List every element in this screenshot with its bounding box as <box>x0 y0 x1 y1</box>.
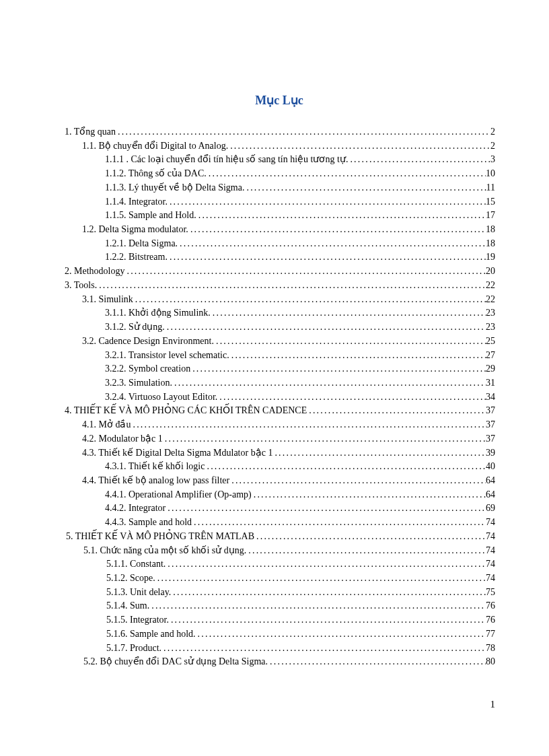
toc-entry-label: 3.2.3. Simulation. <box>105 376 172 390</box>
toc-leader-dots <box>229 349 486 363</box>
toc-entry-label: 5.1.4. Sum. <box>106 599 149 613</box>
toc-leader-dots <box>124 265 486 279</box>
toc-entry-label: 4.3.1. Thiết kế khối logic <box>105 460 205 474</box>
toc-entry-page: 37 <box>486 404 495 418</box>
toc-entry: 1.1.1 . Các loại chuyển đổi tín hiệu số … <box>63 153 495 167</box>
toc-entry: 5. THIẾT KẾ VÀ MÔ PHỎNG TRÊN MATLAB74 <box>63 530 495 544</box>
toc-entry-label: 5.2. Bộ chuyển đổi DAC sử dụng Delta Sig… <box>83 655 268 669</box>
toc-leader-dots <box>207 167 486 181</box>
toc-leader-dots <box>244 181 486 195</box>
toc-entry-label: 4.4.3. Sample and hold <box>105 516 192 530</box>
toc-leader-dots <box>155 572 486 586</box>
toc-entry-label: 5.1.6. Sample and hold. <box>106 627 196 642</box>
toc-entry-label: 1.1. Bộ chuyển đổi Digital to Analog. <box>82 139 228 153</box>
toc-entry: 4.4.2. Integrator69 <box>63 502 495 516</box>
toc-entry-label: 3.1.2. Sử dụng. <box>105 320 165 335</box>
toc-leader-dots <box>228 139 490 153</box>
toc-entry-page: 10 <box>486 167 495 181</box>
toc-entry: 1.2.2. Bitstream.19 <box>63 250 495 265</box>
toc-entry: 4.3.1. Thiết kế khối logic40 <box>63 460 495 474</box>
toc-entry: 4.4.3. Sample and hold74 <box>63 516 495 530</box>
toc-leader-dots <box>178 237 486 251</box>
toc-entry-label: 1.1.4. Integrator. <box>105 195 168 209</box>
toc-leader-dots <box>190 362 486 376</box>
toc-leader-dots <box>116 125 490 139</box>
toc-leader-dots <box>272 446 486 460</box>
toc-entry: 1.2. Delta Sigma modulator.18 <box>63 223 495 237</box>
toc-entry-label: 3.2.1. Transistor level schematic. <box>105 349 229 363</box>
toc-leader-dots <box>214 335 486 349</box>
toc-entry-label: 2. Methodology <box>65 265 124 279</box>
toc-entry-page: 11 <box>486 181 495 195</box>
toc-leader-dots <box>348 153 490 167</box>
toc-entry: 4.2. Modulator bậc 137 <box>63 432 495 446</box>
toc-entry-page: 34 <box>486 390 495 405</box>
toc-leader-dots <box>131 418 486 432</box>
page-number: 1 <box>490 699 496 710</box>
toc-entry: 5.1.5. Integrator.76 <box>63 613 495 627</box>
toc-entry: 5.1.6. Sample and hold.77 <box>63 627 495 642</box>
toc-entry: 5.1.2. Scope.74 <box>63 572 495 586</box>
toc-entry-page: 74 <box>486 516 495 530</box>
toc-entry-page: 74 <box>486 530 495 544</box>
toc-entry-label: 1.1.1 . Các loại chuyển đổi tín hiệu số … <box>105 153 348 167</box>
toc-entry: 2. Methodology20 <box>63 265 495 279</box>
toc-leader-dots <box>171 586 486 600</box>
toc-entry: 1.1.4. Integrator.15 <box>63 195 495 209</box>
toc-entry: 4.4. Thiết kế bộ analog low pass filter6… <box>63 474 495 488</box>
toc-leader-dots <box>211 306 486 320</box>
toc-entry-label: 3.1. Simulink <box>82 293 133 307</box>
toc-entry: 5.2. Bộ chuyển đổi DAC sử dụng Delta Sig… <box>63 655 495 669</box>
toc-title: Mục Lục <box>63 93 495 108</box>
toc-entry: 3.2.3. Simulation.31 <box>63 376 495 390</box>
toc-leader-dots <box>217 390 486 405</box>
toc-leader-dots <box>196 209 486 223</box>
toc-entry: 3.2.2. Symbol creation29 <box>63 362 495 376</box>
toc-entry-page: 25 <box>486 335 495 349</box>
toc-entry: 1.2.1. Delta Sigma.18 <box>63 237 495 251</box>
toc-entry-label: 5.1.1. Constant. <box>106 557 166 572</box>
toc-entry-label: 1.2.2. Bitstream. <box>105 250 168 265</box>
toc-leader-dots <box>254 530 486 544</box>
toc-entry-label: 1.2. Delta Sigma modulator. <box>82 223 188 237</box>
toc-entry-page: 23 <box>486 320 495 335</box>
toc-leader-dots <box>163 432 486 446</box>
toc-entry-page: 39 <box>486 446 495 460</box>
toc-entry: 4.3. Thiết kế Digital Delta Sigma Mdulat… <box>63 446 495 460</box>
toc-entry-label: 1.1.5. Sample and Hold. <box>105 209 196 223</box>
toc-leader-dots <box>188 223 486 237</box>
toc-entry-page: 22 <box>486 279 495 293</box>
toc-entry-label: 4.4.1. Operational Amplifier (Op-amp) <box>105 488 252 502</box>
toc-entry-page: 64 <box>486 474 495 488</box>
toc-entry: 5.1.4. Sum.76 <box>63 599 495 613</box>
toc-leader-dots <box>149 599 486 613</box>
toc-entry-page: 77 <box>486 627 495 642</box>
toc-entry: 5.1.7. Product.78 <box>63 642 495 656</box>
toc-entry: 3.2.4. Virtuoso Layout Editor.34 <box>63 390 495 405</box>
toc-entry-label: 5.1. Chức năng của một số khối sử dụng. <box>83 544 246 558</box>
toc-entry-page: 69 <box>486 502 495 516</box>
toc-entry-label: 5. THIẾT KẾ VÀ MÔ PHỎNG TRÊN MATLAB <box>66 530 254 544</box>
toc-entry-label: 3.2. Cadence Design Environment. <box>82 335 214 349</box>
toc-leader-dots <box>166 502 486 516</box>
toc-entry-label: 4.1. Mở đầu <box>82 418 131 432</box>
toc-leader-dots <box>192 516 486 530</box>
toc-entry: 3.1.2. Sử dụng.23 <box>63 320 495 335</box>
toc-entry-label: 4.4. Thiết kế bộ analog low pass filter <box>82 474 229 488</box>
toc-leader-dots <box>205 460 486 474</box>
toc-leader-dots <box>172 376 486 390</box>
toc-entry-page: 20 <box>486 265 495 279</box>
toc-entry: 3.1.1. Khởi động Simulink.23 <box>63 306 495 320</box>
toc-entry-label: 5.1.5. Integrator. <box>106 613 169 627</box>
toc-entry: 1. Tổng quan2 <box>63 125 495 139</box>
toc-entry-page: 74 <box>486 544 495 558</box>
toc-entry: 4.4.1. Operational Amplifier (Op-amp)64 <box>63 488 495 502</box>
toc-entry-page: 22 <box>486 293 495 307</box>
toc-entry-label: 5.1.3. Unit delay. <box>106 586 171 600</box>
toc-entry-page: 2 <box>490 139 495 153</box>
toc-entry-page: 18 <box>486 237 495 251</box>
toc-entry: 1.1. Bộ chuyển đổi Digital to Analog.2 <box>63 139 495 153</box>
toc-entry: 3.2. Cadence Design Environment.25 <box>63 335 495 349</box>
toc-leader-dots <box>165 320 486 335</box>
toc-entry: 3.2.1. Transistor level schematic.27 <box>63 349 495 363</box>
